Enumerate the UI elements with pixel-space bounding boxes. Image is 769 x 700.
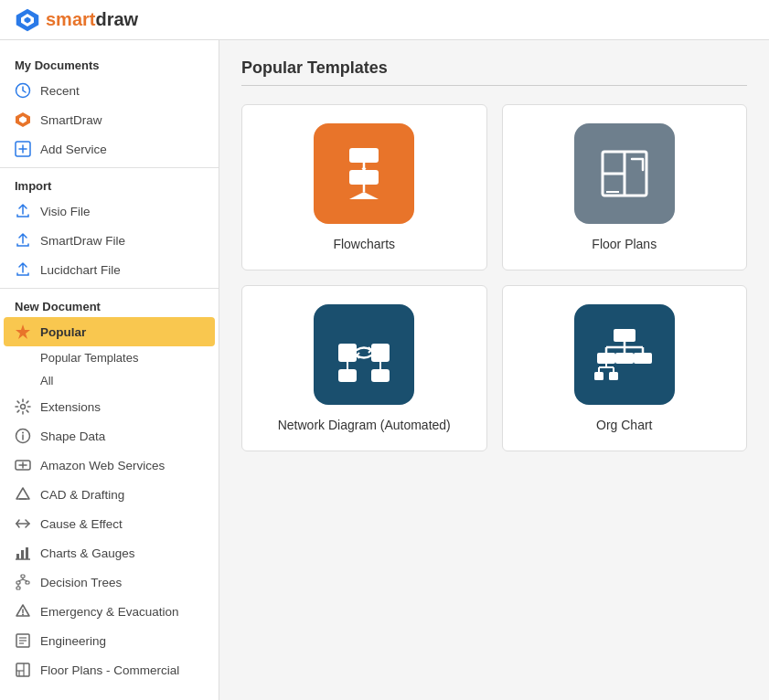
svg-rect-51: [338, 344, 357, 362]
smartdraw-file-label: SmartDraw File: [40, 234, 125, 248]
smartdraw-upload-icon: [15, 232, 31, 249]
template-card-floor-plans[interactable]: Floor Plans: [502, 104, 748, 270]
charts-label: Charts & Gauges: [40, 546, 135, 560]
section-title: Popular Templates: [241, 58, 747, 78]
svg-rect-22: [26, 547, 28, 559]
svg-rect-63: [597, 353, 615, 364]
org-chart-icon-wrapper: [574, 304, 675, 405]
add-service-icon: [15, 141, 31, 157]
floor-plans-label: Floor Plans: [592, 237, 657, 251]
svg-rect-27: [16, 587, 20, 589]
svg-point-13: [22, 432, 24, 434]
svg-rect-71: [609, 372, 618, 380]
sidebar-item-charts[interactable]: Charts & Gauges: [0, 538, 219, 567]
add-service-label: Add Service: [40, 143, 107, 156]
sidebar-sub-all[interactable]: All: [0, 369, 219, 392]
svg-rect-53: [338, 369, 357, 382]
sidebar-item-aws[interactable]: Amazon Web Services: [0, 451, 219, 480]
svg-rect-52: [371, 344, 390, 362]
orgchart-icon: [592, 322, 657, 387]
smartdraw-icon: [15, 111, 31, 128]
sidebar-item-lucidchart[interactable]: Lucidchart File: [0, 255, 219, 284]
network-icon-wrapper: [314, 304, 414, 405]
recent-label: Recent: [40, 84, 80, 98]
aws-icon: [15, 457, 31, 473]
logo-icon: [15, 7, 40, 33]
visio-upload-icon: [15, 203, 31, 219]
template-card-network[interactable]: Network Diagram (Automated): [241, 285, 487, 451]
svg-marker-44: [349, 192, 379, 199]
svg-rect-43: [349, 170, 379, 185]
floor-plans-tpl-icon: [592, 141, 657, 207]
main-content: Popular Templates Flowcharts: [219, 40, 769, 700]
sidebar-item-floor-plans-commercial[interactable]: Floor Plans - Commercial: [0, 655, 219, 684]
cause-icon: [15, 515, 31, 532]
org-chart-label: Org Chart: [596, 418, 652, 432]
svg-marker-9: [16, 324, 30, 339]
sidebar-item-decision-trees[interactable]: Decision Trees: [0, 567, 219, 597]
emergency-label: Emergency & Evacuation: [40, 605, 179, 619]
floor-plans-commercial-label: Floor Plans - Commercial: [40, 663, 179, 677]
network-label: Network Diagram (Automated): [278, 418, 451, 432]
sidebar-item-smartdraw-file[interactable]: SmartDraw File: [0, 226, 219, 255]
lucidchart-upload-icon: [15, 261, 31, 278]
template-card-flowcharts[interactable]: Flowcharts: [241, 104, 487, 270]
svg-rect-64: [615, 353, 634, 364]
content-divider: [241, 85, 747, 86]
new-document-title: New Document: [0, 292, 219, 317]
lucidchart-label: Lucidchart File: [40, 263, 121, 277]
decision-trees-label: Decision Trees: [40, 576, 122, 589]
popular-label: Popular: [40, 325, 86, 339]
svg-rect-38: [16, 663, 29, 676]
emergency-icon: [15, 603, 31, 620]
svg-rect-65: [634, 353, 652, 364]
svg-rect-20: [16, 554, 19, 559]
sidebar-item-cause-effect[interactable]: Cause & Effect: [0, 509, 219, 538]
sidebar-item-engineering[interactable]: Engineering: [0, 626, 219, 655]
shape-data-label: Shape Data: [40, 430, 105, 443]
divider-new-doc: [0, 288, 219, 289]
sidebar-item-add-service[interactable]: Add Service: [0, 134, 219, 164]
sidebar-item-popular[interactable]: Popular: [4, 317, 215, 346]
info-icon: [15, 428, 31, 444]
sidebar-item-smartdraw[interactable]: SmartDraw: [0, 105, 219, 134]
extensions-label: Extensions: [40, 400, 101, 414]
template-card-org-chart[interactable]: Org Chart: [502, 285, 748, 451]
visio-label: Visio File: [40, 205, 91, 218]
logo-text: smartdraw: [46, 9, 138, 30]
svg-rect-26: [26, 581, 29, 584]
flowchart-label: Flowcharts: [333, 237, 395, 251]
svg-point-10: [21, 405, 26, 409]
flowchart-icon: [331, 141, 397, 207]
aws-label: Amazon Web Services: [40, 459, 165, 472]
network-icon: [331, 322, 397, 387]
floor-plans-icon-wrapper: [574, 123, 675, 224]
cad-icon: [15, 486, 31, 503]
sidebar-item-emergency[interactable]: Emergency & Evacuation: [0, 597, 219, 626]
divider-import: [0, 167, 219, 168]
svg-rect-24: [21, 575, 25, 578]
sidebar-item-recent[interactable]: Recent: [0, 76, 219, 105]
sidebar: My Documents Recent SmartDraw: [0, 40, 219, 700]
recent-icon: [15, 82, 31, 99]
cause-effect-label: Cause & Effect: [40, 517, 123, 531]
sidebar-item-visio[interactable]: Visio File: [0, 196, 219, 226]
sidebar-sub-popular-templates[interactable]: Popular Templates: [0, 346, 219, 369]
import-title: Import: [0, 172, 219, 196]
floorplan-icon: [15, 662, 31, 678]
logo[interactable]: smartdraw: [15, 7, 138, 33]
sidebar-item-cad[interactable]: CAD & Drafting: [0, 480, 219, 509]
svg-rect-25: [16, 581, 20, 584]
engineering-icon: [15, 632, 31, 649]
tree-icon: [15, 574, 31, 590]
sidebar-item-shape-data[interactable]: Shape Data: [0, 421, 219, 451]
engineering-label: Engineering: [40, 634, 106, 648]
template-grid: Flowcharts Floor Plans: [241, 104, 747, 451]
svg-line-30: [23, 579, 27, 581]
svg-point-33: [22, 614, 24, 616]
gear-icon: [15, 398, 31, 415]
flowchart-icon-wrapper: [314, 123, 414, 224]
header: smartdraw: [0, 0, 769, 40]
main-layout: My Documents Recent SmartDraw: [0, 40, 769, 700]
sidebar-item-extensions[interactable]: Extensions: [0, 392, 219, 421]
